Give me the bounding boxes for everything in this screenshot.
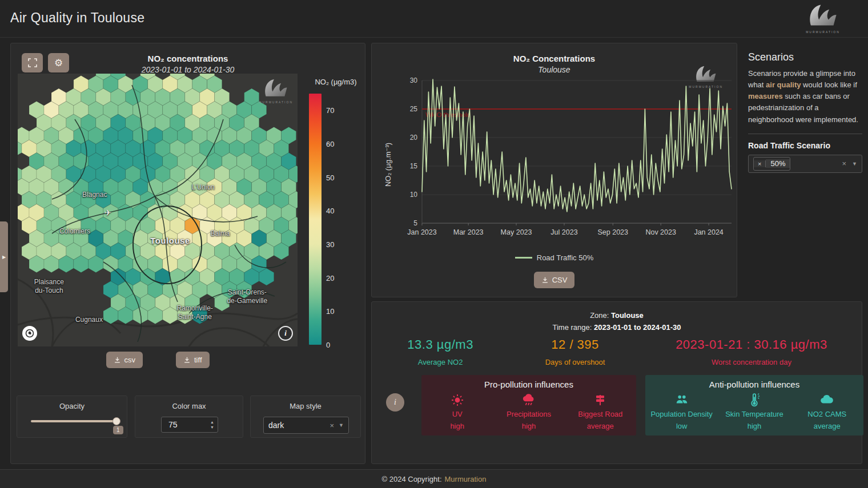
- colorbar-tick: 0: [326, 341, 330, 349]
- mapstyle-control: Map style dark × ▼: [250, 396, 361, 438]
- skin-temperature-value: high: [718, 422, 790, 430]
- chevron-down-icon[interactable]: ▼: [852, 161, 857, 167]
- population-density-label: Population Density: [646, 410, 718, 418]
- svg-text:15: 15: [410, 162, 418, 170]
- skin-temperature-label: Skin Temperature: [718, 410, 790, 418]
- hexagon-map[interactable]: BlagnacL'UnionColomiersToulouseBalmaPlai…: [18, 74, 298, 346]
- no2-cams-influence: NO2 CAMS average: [791, 393, 863, 430]
- map-watermark-logo: MURMURATION: [259, 78, 293, 104]
- svg-text:30: 30: [410, 78, 418, 84]
- map-tiff-button[interactable]: tiff: [176, 352, 210, 368]
- biggest-road-value: average: [565, 422, 636, 430]
- anti-pollution-panel: Anti-pollution influences Population Den…: [645, 375, 863, 435]
- clear-icon[interactable]: ×: [329, 421, 334, 430]
- colorbar-tick: 50: [326, 173, 334, 182]
- map-csv-button[interactable]: csv: [106, 352, 143, 368]
- svg-text:Sep 2023: Sep 2023: [598, 228, 629, 236]
- header: Air Quality in Toulouse MURMURATION: [0, 0, 868, 38]
- line-chart: 51015202530Jan 2023Mar 2023May 2023Jul 2…: [399, 78, 733, 249]
- average-no2-stat: 13.3 µg/m3 Average NO2: [372, 337, 509, 366]
- copyright-text: © 2024 Copyright:: [382, 475, 442, 483]
- scenario-tag: × 50%: [753, 157, 790, 171]
- time-range-value: 2023-01-01 to 2024-01-30: [594, 323, 681, 332]
- opacity-slider[interactable]: [31, 420, 116, 422]
- map-title: NO₂ concentrations: [11, 54, 365, 63]
- legend-label: Road Traffic 50%: [537, 253, 593, 262]
- chart-legend[interactable]: Road Traffic 50%: [372, 253, 737, 262]
- mapstyle-select[interactable]: dark × ▼: [263, 417, 349, 434]
- step-up-icon[interactable]: ▲: [210, 421, 214, 424]
- uv-value: high: [422, 422, 493, 430]
- scenarios-section: Scenarios Scenarios provide a glimpse in…: [748, 51, 862, 173]
- colormax-steppers[interactable]: ▲▼: [210, 421, 214, 429]
- colormax-input[interactable]: 75 ▲▼: [161, 417, 218, 433]
- mapbox-attribution-icon[interactable]: [22, 326, 37, 341]
- no2-cams-value: average: [791, 422, 863, 430]
- average-no2-label: Average NO2: [372, 358, 509, 366]
- worst-day-label: Worst concentration day: [641, 358, 862, 366]
- svg-text:Nov 2023: Nov 2023: [645, 228, 676, 236]
- map-panel: ⚙ NO₂ concentrations 2023-01-01 to 2024-…: [10, 43, 365, 464]
- biggest-road-influence: Biggest Road average: [565, 393, 636, 430]
- colorbar: 010203040506070: [309, 94, 322, 345]
- worst-day-value: 2023-01-21 : 30.16 µg/m3: [641, 337, 862, 352]
- clear-icon[interactable]: ×: [842, 159, 846, 168]
- road-traffic-scenario-select[interactable]: × 50% × ▼: [748, 155, 862, 173]
- uv-influence: UV high: [422, 393, 493, 430]
- chevron-down-icon[interactable]: ▼: [339, 422, 344, 428]
- download-icon: [541, 276, 549, 284]
- chart-csv-button[interactable]: CSV: [534, 272, 575, 288]
- precipitations-label: Precipitations: [493, 410, 564, 418]
- road-traffic-scenario-label: Road Traffic Scenario: [748, 141, 862, 150]
- influences-row: i Pro-pollution influences UV high Preci…: [372, 375, 862, 435]
- people-icon: [674, 393, 689, 408]
- info-button[interactable]: i: [386, 393, 404, 412]
- chart-header: NO₂ Concentrations Toulouse: [372, 54, 737, 74]
- no2-cams-label: NO2 CAMS: [791, 410, 863, 418]
- chart-plot-area[interactable]: 51015202530Jan 2023Mar 2023May 2023Jul 2…: [399, 78, 733, 249]
- step-down-icon[interactable]: ▼: [210, 426, 214, 429]
- opacity-slider-handle[interactable]: [112, 417, 120, 425]
- road-sign-icon: [593, 393, 607, 407]
- colormax-value: 75: [168, 420, 178, 429]
- days-overshoot-value: 12 / 395: [509, 337, 641, 352]
- colorbar-title: NO₂ (µg/m3): [306, 78, 366, 86]
- colorbar-tick: 70: [326, 106, 334, 115]
- anti-pollution-title: Anti-pollution influences: [645, 380, 863, 389]
- svg-text:Jan 2024: Jan 2024: [694, 228, 723, 236]
- days-overshoot-stat: 12 / 395 Days of overshoot: [509, 337, 641, 366]
- svg-text:10: 10: [410, 191, 418, 199]
- colormax-control: Color max 75 ▲▼: [135, 396, 243, 438]
- sidebar-expand-handle[interactable]: ▶: [0, 221, 8, 292]
- cloud-icon: [819, 393, 834, 408]
- download-icon: [183, 356, 191, 364]
- page-title: Air Quality in Toulouse: [10, 10, 144, 26]
- murmuration-logo-icon: [805, 3, 841, 30]
- days-overshoot-label: Days of overshoot: [509, 358, 641, 366]
- map-download-row: csv tiff: [11, 352, 304, 368]
- sun-icon: [451, 393, 464, 407]
- hexagon-layer: [18, 74, 298, 346]
- svg-text:May 2023: May 2023: [501, 228, 532, 236]
- tag-remove-icon[interactable]: ×: [754, 160, 766, 167]
- download-icon: [114, 356, 121, 364]
- murmuration-link[interactable]: Murmuration: [445, 475, 487, 483]
- rain-cloud-icon: [521, 393, 536, 408]
- colorbar-tick: 40: [326, 207, 334, 215]
- skin-temperature-influence: Skin Temperature high: [718, 393, 790, 430]
- legend-line-swatch: [515, 257, 532, 259]
- colorbar-tick: 20: [326, 273, 334, 282]
- zone-value: Toulouse: [611, 311, 644, 320]
- population-density-value: low: [646, 422, 718, 430]
- colorbar-tick: 60: [326, 140, 334, 148]
- uv-label: UV: [422, 410, 493, 418]
- chart-subtitle: Toulouse: [372, 65, 737, 74]
- average-no2-value: 13.3 µg/m3: [372, 337, 509, 352]
- svg-text:25: 25: [410, 105, 418, 113]
- map-info-button[interactable]: i: [278, 326, 293, 341]
- pro-pollution-panel: Pro-pollution influences UV high Precipi…: [421, 375, 636, 435]
- precipitations-value: high: [493, 422, 564, 430]
- colormax-label: Color max: [135, 402, 243, 410]
- footer: © 2024 Copyright: Murmuration: [0, 469, 868, 488]
- scenarios-title: Scenarios: [748, 51, 862, 63]
